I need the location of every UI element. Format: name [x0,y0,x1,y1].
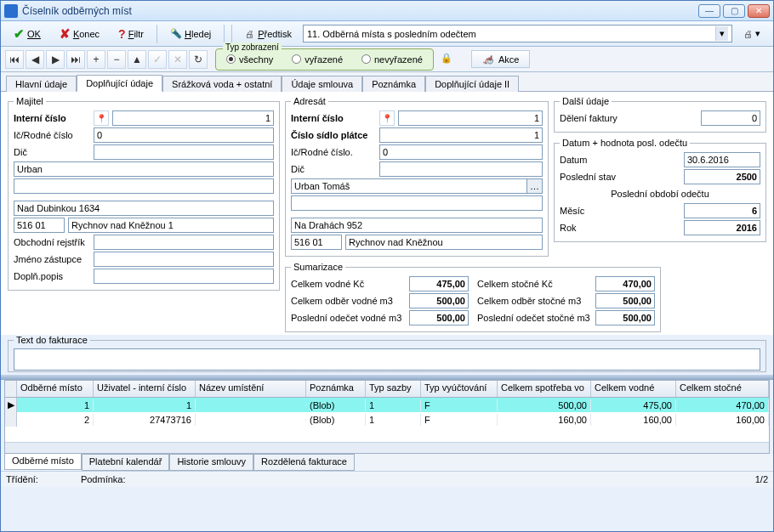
app-icon [4,4,18,18]
majitel-ic-input[interactable]: 0 [94,127,274,143]
majitel-jz-input[interactable] [94,252,274,267]
main-tabs: Hlavní údaje Doplňující údaje Srážková v… [1,72,773,92]
nav-cancel[interactable]: ✕ [168,50,187,69]
tab-doplnujici[interactable]: Doplňující údaje [77,75,162,92]
majitel-group: Majitel Interní číslo 📍 1 Ič/Rodné číslo… [8,96,280,291]
close-button[interactable]: ✕ [748,4,770,18]
nav-edit[interactable]: ▲ [128,50,146,69]
navigator-bar: ⏮ ◀ ▶ ⏭ + − ▲ ✓ ✕ ↻ Typ zobrazení všechn… [1,47,773,72]
radio-vyrazene[interactable]: vyřazené [292,54,343,65]
posstav-input[interactable]: 2500 [684,169,760,184]
tab-srazkova[interactable]: Srážková voda + ostatní [162,76,282,92]
minimize-button[interactable]: — [698,4,720,18]
chevron-down-icon[interactable]: ▾ [715,26,728,41]
map-icon[interactable]: 📍 [379,110,395,126]
table-row[interactable]: 2 27473716 (Blob) 1 F 160,00 160,00 160,… [5,412,769,427]
view-type-group: Typ zobrazení všechny vyřazené nevyřazen… [215,48,434,71]
hledej-button[interactable]: 🔦Hledej [162,25,219,42]
mesic-input[interactable]: 6 [684,203,760,218]
map-icon[interactable]: 📍 [94,110,109,126]
majitel-interni-input[interactable]: 1 [112,110,274,126]
maximize-button[interactable]: ▢ [723,4,745,18]
adresat-line2-input[interactable] [291,195,543,211]
btab-rozdelena[interactable]: Rozdělená fakturace [253,454,355,471]
bottom-tabs: Odběrné místo Platební kalendář Historie… [1,454,773,471]
nav-refresh[interactable]: ↻ [189,50,208,69]
btab-historie[interactable]: Historie smlouvy [169,454,253,471]
adresat-zip-input[interactable]: 516 01 [291,235,342,250]
rok-input[interactable]: 2016 [684,220,760,235]
filtr-button[interactable]: ?Filtr [111,24,151,44]
table-row[interactable]: ▶ 1 1 (Blob) 1 F 500,00 475,00 470,00 [5,398,769,412]
grid: Odběrné místo Uživatel - interní číslo N… [4,380,770,454]
textdo-input[interactable] [14,348,760,371]
textdo-group: Text do fakturace [8,335,766,372]
adresat-street-input[interactable]: Na Drahách 952 [291,218,543,233]
nav-prev[interactable]: ◀ [26,50,44,69]
tab-smlouva[interactable]: Údaje smlouva [282,76,362,92]
majitel-obch-input[interactable] [94,235,274,250]
main-toolbar: ✔OK ✘KKoneconec ?Filtr 🔦Hledej 🖨Předtisk… [1,21,773,47]
grid-body[interactable]: ▶ 1 1 (Blob) 1 F 500,00 475,00 470,00 2 … [5,398,769,442]
majitel-zip-input[interactable]: 516 01 [14,218,65,233]
nav-next[interactable]: ▶ [46,50,65,69]
radio-nevyrazene[interactable]: nevyřazené [361,54,423,65]
majitel-city-input[interactable]: Rychnov nad Kněžnou 1 [68,218,274,233]
majitel-street-input[interactable]: Nad Dubinkou 1634 [14,201,274,216]
adresat-group: Adresát Interní číslo 📍 1 Číslo sídlo pl… [285,96,549,257]
predtisk-dropdown[interactable]: 11. Odběrná místa s posledním odečtem ▾ [303,25,732,42]
datum-input[interactable]: 30.6.2016 [684,152,760,167]
ok-button[interactable]: ✔OK [6,23,48,45]
nav-del[interactable]: − [107,50,126,69]
deleni-input[interactable]: 0 [701,110,760,126]
nav-last[interactable]: ⏭ [66,50,85,69]
tab-doplnujici2[interactable]: Doplňující údaje II [425,76,519,92]
adresat-interni-input[interactable]: 1 [398,110,543,126]
konec-button[interactable]: ✘KKoneconec [52,23,107,45]
adresat-city-input[interactable]: Rychnov nad Kněžnou [345,235,543,250]
adresat-dic-input[interactable] [379,161,543,177]
nav-post[interactable]: ✓ [148,50,167,69]
adresat-sidlo-input[interactable]: 1 [379,127,543,143]
dalsi-group: Další údaje Dělení faktury 0 [554,96,766,133]
majitel-dp-input[interactable] [94,269,274,284]
status-bar: Třídění: Podmínka: 1/2 [1,471,773,487]
h-scrollbar[interactable] [5,442,769,453]
akce-button[interactable]: 🦽Akce [471,50,530,68]
majitel-name-input[interactable]: Urban [14,161,274,177]
lock-icon[interactable]: 🔒 [441,53,454,66]
predtisk-button[interactable]: 🖨Předtisk [237,25,299,42]
nav-first[interactable]: ⏮ [5,50,24,69]
radio-vsechny[interactable]: všechny [226,54,273,65]
majitel-line2-input[interactable] [14,178,274,194]
tab-poznamka[interactable]: Poznámka [362,76,425,92]
adresat-ic-input[interactable]: 0 [379,144,543,160]
record-count: 1/2 [755,474,768,484]
datum-group: Datum + hodnota posl. odečtu Datum30.6.2… [554,138,766,242]
majitel-dic-input[interactable] [94,144,274,160]
print-button[interactable]: 🖨▾ [736,25,768,42]
tab-hlavni[interactable]: Hlavní údaje [6,76,77,92]
btab-odberne[interactable]: Odběrné místo [4,453,82,470]
nav-add[interactable]: + [87,50,105,69]
titlebar: Číselník odběrných míst — ▢ ✕ [1,1,773,21]
adresat-name-input[interactable]: Urban Tomáš… [291,178,543,194]
btab-platebni[interactable]: Platební kalendář [82,454,170,471]
window-title: Číselník odběrných míst [22,5,698,17]
lookup-button[interactable]: … [526,179,542,193]
